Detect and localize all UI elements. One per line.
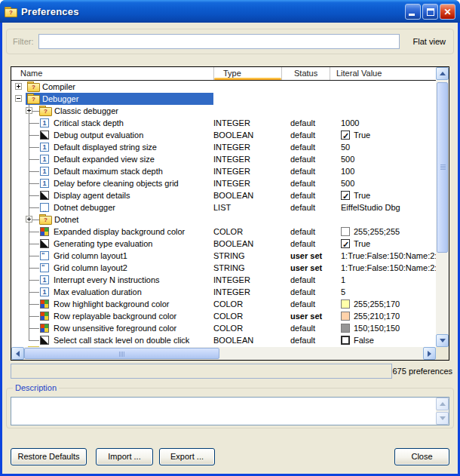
- filter-input[interactable]: [38, 34, 400, 49]
- table-row[interactable]: Debug output evaluationBOOLEANdefaultTru…: [11, 129, 436, 141]
- horizontal-scroll-thumb[interactable]: [24, 348, 219, 359]
- scroll-up-button[interactable]: [436, 67, 449, 80]
- close-button[interactable]: Close: [394, 448, 449, 465]
- row-label: Display agent details: [54, 191, 130, 200]
- name-cell: 1Critical stack depth: [11, 117, 213, 129]
- expand-toggle[interactable]: [15, 95, 22, 102]
- row-label: Interrupt every N instructions: [54, 275, 160, 284]
- tree-connector: [29, 328, 39, 329]
- integer-icon: 1: [40, 167, 49, 176]
- name-cell: Debug output evaluation: [11, 129, 213, 141]
- table-row[interactable]: 1Max evaluation durationINTEGERdefault5: [11, 286, 436, 298]
- table-row[interactable]: 1Critical stack depthINTEGERdefault1000: [11, 117, 436, 129]
- literal-value-cell: 5: [330, 286, 436, 298]
- description-scroll-up-button[interactable]: [436, 398, 449, 410]
- row-label: Dotnet: [54, 215, 78, 224]
- vertical-scrollbar[interactable]: [436, 67, 449, 347]
- status-cell: [281, 93, 330, 105]
- type-cell: [213, 93, 281, 105]
- description-scroll-down-button[interactable]: [436, 412, 449, 425]
- table-row[interactable]: Row highlight background colorCOLORdefau…: [11, 298, 436, 310]
- table-row[interactable]: Debugger: [11, 93, 436, 105]
- expand-toggle[interactable]: [26, 216, 32, 223]
- import-button[interactable]: Import ...: [96, 448, 153, 465]
- table-row[interactable]: Display agent detailsBOOLEANdefaultTrue: [11, 189, 436, 201]
- row-label: Critical stack depth: [54, 118, 124, 127]
- status-cell: default: [281, 177, 330, 189]
- table-row[interactable]: Select call stack level on double clickB…: [11, 334, 436, 346]
- tree-connector: [29, 280, 39, 281]
- close-window-button[interactable]: ✕: [440, 4, 455, 20]
- literal-value-cell: 1000: [330, 117, 436, 129]
- color-swatch[interactable]: [341, 312, 350, 321]
- table-row[interactable]: 1Default expanded view sizeINTEGERdefaul…: [11, 153, 436, 165]
- checkbox-checked[interactable]: [341, 239, 350, 248]
- color-swatch[interactable]: [341, 324, 350, 333]
- table-row[interactable]: Row unsensitive foreground colorCOLORdef…: [11, 322, 436, 334]
- row-label: Select call stack level on double click: [54, 336, 189, 345]
- table-row[interactable]: Grid column layout2STRINGuser set1:True:…: [11, 262, 436, 274]
- literal-value-cell: False: [330, 334, 436, 346]
- table-row[interactable]: Row replayable background colorCOLORuser…: [11, 310, 436, 322]
- table-row[interactable]: Classic debugger: [11, 105, 436, 117]
- name-cell: Row replayable background color: [11, 310, 213, 322]
- expand-toggle[interactable]: [26, 107, 32, 114]
- name-cell: 1Default maximum stack depth: [11, 165, 213, 177]
- scroll-left-button[interactable]: [11, 347, 24, 360]
- table-row[interactable]: Expanded display background colorCOLORde…: [11, 226, 436, 238]
- literal-text: 255;255;170: [354, 298, 400, 310]
- table-row[interactable]: Compiler: [11, 81, 436, 93]
- table-row[interactable]: 1Delay before cleaning objects gridINTEG…: [11, 177, 436, 189]
- name-cell: Expanded display background color: [11, 226, 213, 238]
- boolean-icon: [40, 131, 49, 140]
- table-row[interactable]: 1Interrupt every N instructionsINTEGERde…: [11, 274, 436, 286]
- table-row[interactable]: Grid column layout1STRINGuser set1:True:…: [11, 250, 436, 262]
- table-row[interactable]: 1Default maximum stack depthINTEGERdefau…: [11, 165, 436, 177]
- vertical-scroll-thumb[interactable]: [437, 82, 448, 253]
- literal-value-cell: 255;255;255: [330, 226, 436, 238]
- restore-defaults-button[interactable]: Restore Defaults: [11, 448, 87, 465]
- status-cell: default: [281, 201, 330, 213]
- table-row[interactable]: Dotnet: [11, 213, 436, 226]
- type-cell: INTEGER: [213, 274, 281, 286]
- column-header-status[interactable]: Status: [281, 67, 330, 80]
- column-header-type[interactable]: Type: [213, 67, 281, 80]
- table-row[interactable]: Dotnet debuggerLISTdefaultEiffelStudio D…: [11, 201, 436, 213]
- checkbox-checked[interactable]: [341, 131, 350, 140]
- column-header-literal-value[interactable]: Literal Value: [330, 67, 436, 80]
- folder-icon: [39, 106, 51, 115]
- minimize-button[interactable]: [405, 4, 421, 20]
- literal-value-cell: 255;210;170: [330, 310, 436, 322]
- table-row[interactable]: 1Default displayed string sizeINTEGERdef…: [11, 141, 436, 153]
- description-textarea[interactable]: [11, 398, 436, 425]
- description-scrollbar: [436, 398, 449, 425]
- horizontal-scrollbar[interactable]: [11, 347, 436, 360]
- name-cell: Debugger: [11, 93, 213, 105]
- literal-value-cell: [330, 81, 436, 93]
- status-cell: user set: [281, 262, 330, 274]
- filter-panel: Filter: Flat view: [6, 29, 454, 54]
- tree-connector: [29, 147, 39, 148]
- boolean-icon: [40, 239, 49, 248]
- table-row[interactable]: Generating type evaluationBOOLEANdefault…: [11, 238, 436, 250]
- column-header-name[interactable]: Name: [11, 67, 213, 80]
- tree-connector: [32, 220, 39, 220]
- maximize-button[interactable]: [422, 4, 438, 20]
- name-cell: Row unsensitive foreground color: [11, 322, 213, 334]
- status-field: [11, 364, 392, 379]
- title-bar[interactable]: Preferences ✕: [0, 0, 460, 23]
- expand-toggle[interactable]: [15, 83, 22, 90]
- flat-view-button[interactable]: Flat view: [413, 37, 446, 46]
- color-icon: [40, 299, 49, 309]
- scroll-right-button[interactable]: [423, 347, 436, 360]
- row-label: Debug output evaluation: [54, 131, 143, 140]
- scrollbar-corner: [436, 347, 449, 360]
- checkbox-unchecked[interactable]: [341, 336, 350, 345]
- scroll-down-button[interactable]: [436, 334, 449, 347]
- export-button[interactable]: Export ...: [159, 448, 215, 465]
- grid-header: Name Type Status Literal Value: [11, 67, 436, 81]
- color-swatch[interactable]: [341, 227, 350, 236]
- checkbox-checked[interactable]: [341, 191, 350, 200]
- color-swatch[interactable]: [341, 299, 350, 309]
- string-icon: [40, 263, 49, 272]
